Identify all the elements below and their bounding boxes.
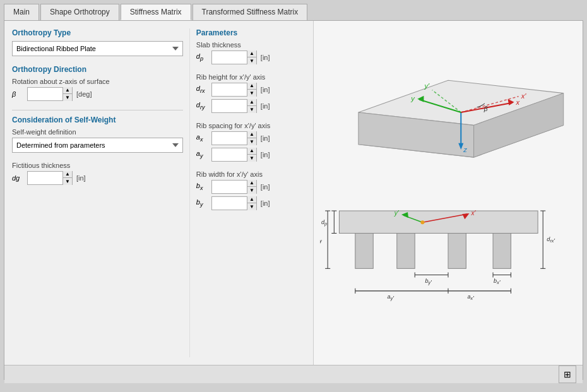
bx-down-btn[interactable]: ▼ [247,187,256,194]
svg-rect-18 [339,211,538,234]
by-up-btn[interactable]: ▲ [247,196,256,203]
svg-rect-20 [397,234,415,269]
drx-input[interactable]: 8.000 [212,83,247,96]
drx-spinner-btns: ▲ ▼ [247,83,256,97]
svg-text:y': y' [394,210,400,217]
fictitious-label: Fictitious thickness [12,162,183,169]
slab-unit: [in] [261,54,278,61]
expand-icon: ⊞ [564,369,571,379]
ay-up-btn[interactable]: ▲ [247,148,256,155]
rib-height-label: Rib height for x'/y' axis [196,73,305,81]
orthotropy-direction-group: Orthotropy Direction Rotation about z-ax… [12,65,183,101]
dry-spinner: 8.000 ▲ ▼ [211,99,257,113]
dry-symbol: dry [196,101,208,110]
rib-spacing-group: Rib spacing for x'/y' axis ax 20.000 ▲ ▼ [196,122,305,162]
self-weight-title: Consideration of Self-Weight [12,116,183,124]
rib-height-y-field: dry 8.000 ▲ ▼ [in] [196,99,305,113]
slab-input[interactable]: 8.000 [212,51,247,64]
tab-transformed-stiffness[interactable]: Transformed Stiffness Matrix [193,4,308,20]
content-area: Orthotropy Type Bidirectional Ribbed Pla… [4,20,583,380]
fictitious-spinner: 12.620 ▲ ▼ [27,171,73,185]
diagram-panel: z x y x' [314,21,583,365]
top-diagram: z x y x' [320,27,576,191]
ax-input[interactable]: 20.000 [212,132,247,145]
ax-down-btn[interactable]: ▼ [247,138,256,145]
dry-unit: [in] [261,102,278,110]
by-spinner-btns: ▲ ▼ [247,196,256,210]
slab-up-btn[interactable]: ▲ [247,50,256,57]
self-weight-group: Consideration of Self-Weight Self-weight… [12,116,183,153]
slab-group: Slab thickness dp 8.000 ▲ ▼ [196,41,305,64]
fictitious-spinner-btns: ▲ ▼ [62,171,72,185]
svg-text:ay': ay' [388,294,394,301]
beta-symbol: β [12,90,23,98]
ax-up-btn[interactable]: ▲ [247,131,256,138]
fictitious-input[interactable]: 12.620 [28,172,62,184]
by-symbol: by [196,198,208,208]
fictitious-down-btn[interactable]: ▼ [63,178,72,185]
self-weight-def-label: Self-weight definition [12,128,183,136]
orthotropy-direction-title: Orthotropy Direction [12,65,183,74]
rib-width-group: Rib width for x'/y' axis bx 7.000 ▲ ▼ [196,170,305,210]
ay-spinner-btns: ▲ ▼ [247,148,256,162]
slab-down-btn[interactable]: ▼ [247,57,256,64]
svg-text:y': y' [424,82,430,90]
self-weight-select[interactable]: Determined from parameters [12,138,183,153]
drx-up-btn[interactable]: ▲ [247,83,256,90]
rib-width-y-field: by 7.000 ▲ ▼ [in] [196,196,305,210]
bx-up-btn[interactable]: ▲ [247,180,256,187]
ay-input[interactable]: 20.000 [212,148,247,161]
params-title: Parameters [196,28,305,37]
svg-text:by': by' [425,278,432,285]
slab-field: dp 8.000 ▲ ▼ [in] [196,50,305,64]
by-input[interactable]: 7.000 [212,197,247,210]
svg-point-56 [420,220,424,224]
rotation-down-btn[interactable]: ▼ [63,94,72,101]
tab-shape-orthotropy[interactable]: Shape Orthotropy [40,4,119,20]
tab-stiffness-matrix[interactable]: Stiffness Matrix [121,4,191,20]
orthotropy-type-select[interactable]: Bidirectional Ribbed Plate [12,41,183,56]
bottom-diagram-svg: dp dry drx' [320,191,576,359]
rotation-spinner-btns: ▲ ▼ [62,87,72,101]
fictitious-up-btn[interactable]: ▲ [63,171,72,178]
svg-text:dp: dp [321,219,327,227]
ax-spinner-btns: ▲ ▼ [247,131,256,145]
slab-label: Slab thickness [196,41,305,49]
by-down-btn[interactable]: ▼ [247,203,256,210]
drx-symbol: drx [196,85,208,94]
dry-down-btn[interactable]: ▼ [247,106,256,113]
ax-symbol: ax [196,133,208,143]
rotation-field: β -45.00 ▲ ▼ [deg] [12,87,183,101]
rotation-input[interactable]: -45.00 [28,88,62,100]
orthotropy-type-title: Orthotropy Type [12,28,183,37]
rotation-up-btn[interactable]: ▲ [63,87,72,94]
dry-up-btn[interactable]: ▲ [247,99,256,106]
ay-unit: [in] [261,151,278,158]
svg-text:x': x' [521,92,527,100]
bx-unit: [in] [261,183,278,191]
drx-unit: [in] [261,86,278,93]
svg-text:x: x [516,98,520,106]
svg-rect-21 [448,234,466,269]
dp-symbol: dp [196,52,208,62]
svg-rect-19 [355,234,373,269]
left-panel: Orthotropy Type Bidirectional Ribbed Pla… [4,21,314,365]
ay-down-btn[interactable]: ▼ [247,155,256,162]
rotation-label: Rotation about z-axis of surface [12,78,183,85]
bx-spinner-btns: ▲ ▼ [247,180,256,194]
svg-text:drx': drx' [547,236,555,244]
drx-down-btn[interactable]: ▼ [247,90,256,97]
bx-spinner: 7.000 ▲ ▼ [211,180,257,194]
dry-input[interactable]: 8.000 [212,100,247,112]
fictitious-unit: [in] [76,174,94,182]
svg-text:ax': ax' [467,294,474,301]
tab-bar: Main Shape Orthotropy Stiffness Matrix T… [4,4,583,20]
tab-main[interactable]: Main [4,4,39,20]
rib-width-x-field: bx 7.000 ▲ ▼ [in] [196,180,305,194]
bx-input[interactable]: 7.000 [212,181,247,193]
bottom-diagram: dp dry drx' [320,191,576,359]
expand-icon-btn[interactable]: ⊞ [559,365,576,383]
dry-spinner-btns: ▲ ▼ [247,99,256,113]
rib-height-group: Rib height for x'/y' axis drx 8.000 ▲ ▼ [196,73,305,113]
fictitious-group: Fictitious thickness dg 12.620 ▲ ▼ [12,162,183,185]
